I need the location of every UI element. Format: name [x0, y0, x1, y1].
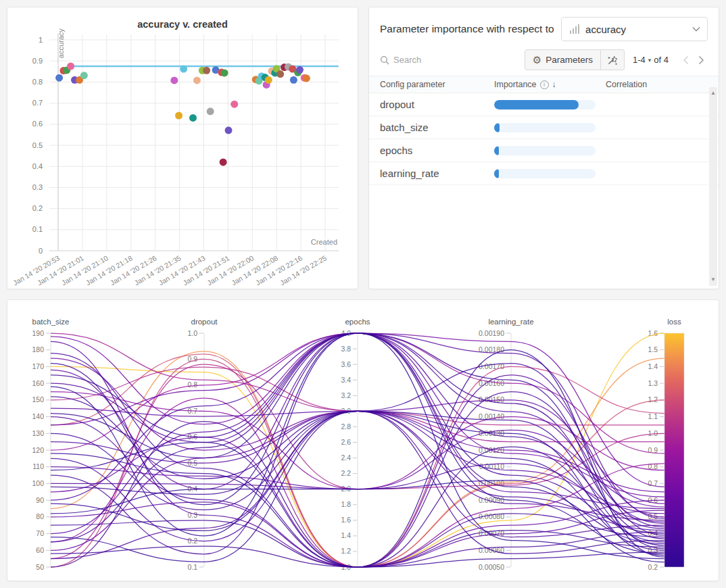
config-parameter-name: learning_rate — [369, 168, 494, 179]
accuracy-vs-created-chart[interactable]: 10.90.80.70.60.50.40.30.20.10Jan 14 '20 … — [7, 7, 358, 289]
page-range: 1-4 — [633, 55, 646, 65]
scatter-point[interactable] — [203, 67, 210, 74]
importance-bar — [494, 169, 596, 178]
scatter-point[interactable] — [55, 74, 63, 82]
info-icon[interactable]: i — [540, 80, 549, 89]
table-scrollbar[interactable]: ▲ ▼ — [709, 87, 717, 286]
svg-text:0.2: 0.2 — [32, 204, 43, 212]
svg-text:1.6: 1.6 — [341, 516, 351, 524]
svg-text:0.5: 0.5 — [32, 141, 43, 149]
scatter-point[interactable] — [180, 66, 187, 73]
scatter-point[interactable] — [170, 76, 178, 84]
scatter-point[interactable] — [193, 76, 201, 84]
svg-text:0.1: 0.1 — [187, 563, 197, 571]
scatter-point[interactable] — [67, 63, 74, 70]
parameters-button-label: Parameters — [546, 55, 593, 65]
pagination-info[interactable]: 1-4 ▾ of 4 — [633, 55, 669, 65]
svg-text:loss: loss — [667, 318, 681, 326]
scatter-point[interactable] — [231, 101, 238, 108]
svg-text:0.8: 0.8 — [32, 78, 43, 86]
next-page-chevron[interactable] — [694, 55, 709, 65]
scatter-point[interactable] — [225, 126, 233, 134]
scatter-point[interactable] — [303, 74, 310, 82]
config-parameter-name: batch_size — [369, 122, 494, 133]
svg-text:150: 150 — [32, 395, 44, 403]
scatter-point[interactable] — [189, 114, 197, 122]
svg-text:1.4: 1.4 — [341, 531, 351, 539]
svg-text:170: 170 — [32, 362, 44, 370]
svg-text:Created: Created — [311, 238, 337, 246]
scatter-point[interactable] — [290, 76, 297, 84]
parameter-importance-panel: Parameter importance with respect to acc… — [368, 7, 719, 289]
scatter-point[interactable] — [221, 69, 228, 76]
svg-text:2.8: 2.8 — [341, 422, 351, 431]
svg-text:epochs: epochs — [345, 318, 370, 326]
prev-page-chevron[interactable] — [678, 55, 694, 65]
loss-colorbar[interactable] — [664, 333, 684, 567]
scatter-point[interactable] — [80, 72, 88, 79]
magic-wand-button[interactable] — [601, 49, 625, 70]
scroll-up-icon[interactable]: ▲ — [709, 89, 717, 98]
metric-dropdown[interactable]: accuracy — [561, 17, 708, 41]
parallel-coordinates-panel: 1901801701601501401301201101009080706050… — [7, 299, 719, 581]
svg-text:0.9: 0.9 — [187, 355, 197, 363]
parameters-button[interactable]: ⚙ Parameters — [525, 49, 601, 70]
page-of: of 4 — [654, 55, 669, 65]
svg-text:learning_rate: learning_rate — [488, 318, 533, 326]
col-importance-label: Importance — [494, 80, 537, 89]
svg-text:batch_size: batch_size — [32, 318, 70, 326]
scatter-point[interactable] — [175, 112, 183, 120]
svg-text:2.4: 2.4 — [341, 454, 351, 462]
svg-text:1.0: 1.0 — [187, 329, 197, 337]
scroll-down-icon[interactable]: ▼ — [709, 275, 717, 285]
scatter-point[interactable] — [276, 70, 284, 78]
chevron-down-icon — [692, 26, 700, 32]
svg-text:90: 90 — [36, 496, 44, 504]
importance-bar — [494, 100, 596, 109]
svg-text:3.4: 3.4 — [341, 376, 351, 384]
svg-text:3.6: 3.6 — [341, 360, 351, 368]
svg-text:0: 0 — [39, 247, 43, 255]
scatter-point[interactable] — [265, 76, 272, 84]
svg-text:50: 50 — [36, 563, 44, 571]
svg-text:80: 80 — [36, 512, 44, 520]
svg-text:1.4: 1.4 — [648, 362, 658, 370]
magic-wand-icon — [607, 55, 618, 66]
svg-text:190: 190 — [32, 329, 44, 337]
sort-desc-icon[interactable]: ↓ — [552, 80, 556, 89]
svg-text:0.1: 0.1 — [32, 225, 43, 233]
table-row[interactable]: dropout — [369, 93, 719, 116]
svg-text:accuracy v. created: accuracy v. created — [137, 19, 228, 30]
gear-icon: ⚙ — [533, 55, 541, 65]
svg-text:1: 1 — [39, 36, 43, 44]
importance-table-body: dropoutbatch_sizeepochslearning_rate — [369, 93, 719, 185]
search-input[interactable] — [393, 55, 468, 65]
svg-text:1.5: 1.5 — [648, 345, 658, 353]
bar-chart-icon — [570, 24, 580, 34]
svg-text:dropout: dropout — [191, 318, 218, 326]
svg-text:3.2: 3.2 — [341, 391, 351, 399]
svg-text:0.7: 0.7 — [32, 99, 43, 107]
svg-text:0.00050: 0.00050 — [479, 563, 504, 571]
scatter-point[interactable] — [296, 66, 304, 74]
scatter-point[interactable] — [220, 158, 227, 166]
page-caret-icon: ▾ — [648, 57, 652, 64]
scatter-point[interactable] — [207, 107, 214, 115]
svg-text:160: 160 — [32, 379, 44, 387]
importance-bar — [494, 123, 596, 132]
svg-text:0.00190: 0.00190 — [479, 329, 504, 337]
svg-text:3.8: 3.8 — [341, 345, 351, 353]
toolbar-buttons: ⚙ Parameters — [525, 49, 625, 70]
importance-bar — [494, 146, 596, 155]
svg-text:60: 60 — [36, 546, 44, 554]
svg-text:2.6: 2.6 — [341, 438, 351, 446]
col-config-parameter: Config parameter — [369, 80, 494, 89]
metric-dropdown-value: accuracy — [585, 24, 692, 35]
col-importance[interactable]: Importance i ↓ — [494, 80, 606, 89]
svg-text:0.9: 0.9 — [32, 57, 43, 65]
table-row[interactable]: learning_rate — [369, 162, 719, 185]
table-row[interactable]: batch_size — [369, 116, 719, 139]
parallel-coordinates-chart[interactable]: 1901801701601501401301201101009080706050… — [7, 300, 719, 581]
table-row[interactable]: epochs — [369, 139, 719, 162]
importance-title: Parameter importance with respect to — [380, 23, 554, 35]
